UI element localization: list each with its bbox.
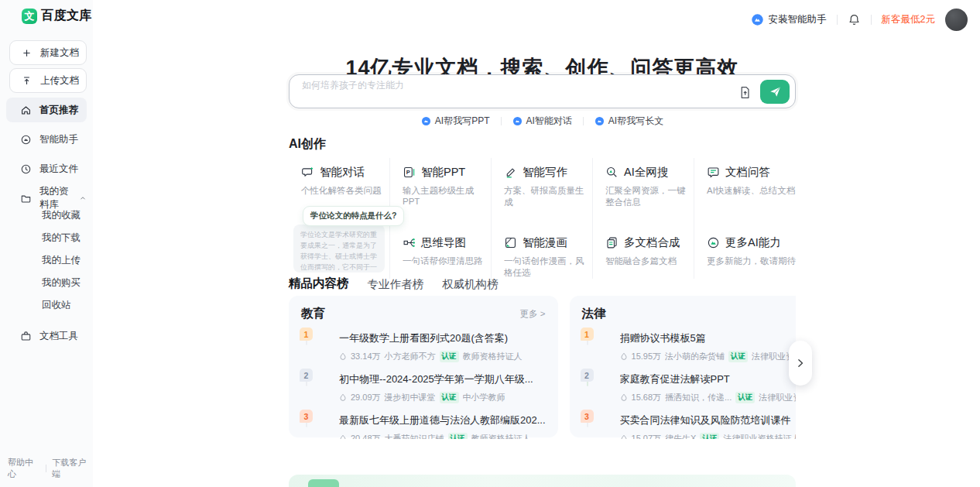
views-icon <box>339 434 347 439</box>
new-doc-button[interactable]: 新建文档 <box>9 40 87 65</box>
board-law: 法律 更多 > 1 捐赠协议书模板5篇 15.95万 法小萌的杂货铺 认证 <box>570 296 796 437</box>
upload-doc-button[interactable]: 上传文档 <box>9 68 87 93</box>
stacked-docs-icon <box>605 236 618 249</box>
brand-logo[interactable]: 文 百度文库 <box>22 8 92 24</box>
divider <box>501 117 502 125</box>
feature-smart-comic[interactable]: 智能漫画 一句话创作漫画，风格任选 <box>492 203 593 279</box>
feature-doc-qa[interactable]: 文档问答 AI快速解读、总结文档 <box>694 158 796 208</box>
divider <box>871 15 872 25</box>
divider <box>583 117 584 125</box>
more-ai-icon <box>707 236 720 249</box>
notification-bell-icon[interactable] <box>848 13 861 26</box>
tab-authority-orgs[interactable]: 权威机构榜 <box>442 277 499 292</box>
doc-row[interactable]: 3 买卖合同法律知识及风险防范培训课件 15.07万 律先生X 认证 法律职业资… <box>582 413 796 439</box>
cert-badge: 认证 <box>440 392 459 403</box>
download-client-link[interactable]: 下载客户端 <box>52 457 93 480</box>
doc-row[interactable]: 2 家庭教育促进法解读PPT 15.68万 播洒知识，传递... 认证 法律职业… <box>582 372 796 404</box>
doc-title: 家庭教育促进法解读PPT <box>620 372 796 386</box>
search-icon <box>605 166 618 179</box>
ai-spark-icon <box>595 116 605 126</box>
sidebar-item-library[interactable]: 我的资料库 <box>6 186 87 211</box>
tab-premium-content[interactable]: 精品内容榜 <box>289 276 349 292</box>
file-upload-icon <box>738 85 752 100</box>
doc-title: 捐赠协议书模板5篇 <box>620 331 796 345</box>
rank-badge: 2 <box>300 369 313 382</box>
ai-spark-icon <box>421 116 431 126</box>
help-center-link[interactable]: 帮助中心 <box>8 457 40 480</box>
board-education: 教育 更多 > 1 一年级数学上册看图列式20题(含答案) 33.14万 小方老… <box>289 296 558 437</box>
rank-badge: 1 <box>581 328 594 341</box>
assistant-icon <box>20 134 32 146</box>
doc-meta: 15.07万 律先生X 认证 法律职业资格持证人 <box>620 433 796 439</box>
quicklink-write-ppt[interactable]: AI帮我写PPT <box>421 115 490 128</box>
tab-pro-authors[interactable]: 专业作者榜 <box>368 277 424 292</box>
folder-icon <box>20 193 32 204</box>
sidebar-subitem-recycle[interactable]: 回收站 <box>42 299 71 312</box>
cert-badge: 认证 <box>728 351 748 362</box>
clock-icon <box>20 163 32 175</box>
views-icon <box>339 352 347 361</box>
doc-row[interactable]: 2 初中物理--2024-2025学年第一学期八年级... 29.09万 漫步初… <box>301 372 546 404</box>
doc-meta: 29.09万 漫步初中课堂 认证 中小学教师 <box>339 392 546 403</box>
feature-mind-map[interactable]: 思维导图 一句话帮你理清思路 <box>390 203 492 279</box>
divider <box>837 15 838 25</box>
quicklink-ai-chat[interactable]: AI智能对话 <box>512 115 572 128</box>
quicklink-long-text[interactable]: AI帮我写长文 <box>595 115 663 128</box>
ai-search-box <box>289 74 796 108</box>
mindmap-icon <box>403 236 416 249</box>
search-input[interactable] <box>300 78 695 92</box>
sidebar-item-tools[interactable]: 文档工具 <box>6 324 87 348</box>
sidebar-subitem-uploads[interactable]: 我的上传 <box>42 254 81 267</box>
pencil-icon <box>504 166 517 179</box>
more-link[interactable]: 更多 > <box>520 308 546 320</box>
feature-smart-chat[interactable]: 智能对话 个性化解答各类问题 <box>289 158 390 208</box>
ai-feature-row-1: 智能对话 个性化解答各类问题 P 智能PPT 输入主题秒级生成PPT 智能写作 … <box>289 158 796 203</box>
demo-question-bubble: 学位论文的特点是什么? <box>303 206 404 226</box>
rank-badge: 3 <box>300 410 313 423</box>
search-submit-button[interactable] <box>760 80 790 104</box>
sidebar-item-assistant[interactable]: 智能助手 <box>6 127 87 152</box>
rank-badge: 3 <box>581 410 594 423</box>
sidebar-subitem-favorites[interactable]: 我的收藏 <box>42 209 81 222</box>
doc-meta: 33.14万 小方老师不方 认证 教师资格持证人 <box>339 351 546 362</box>
doc-chat-icon <box>707 166 720 179</box>
carousel-next-button[interactable] <box>789 341 812 386</box>
new-doc-label: 新建文档 <box>40 46 79 60</box>
sidebar-footer: 帮助中心 下载客户端 <box>8 457 93 480</box>
quick-links: AI帮我写PPT AI智能对话 AI帮我写长文 <box>289 115 796 128</box>
feature-more-ai[interactable]: 更多AI能力 更多新能力，敬请期待 <box>694 203 796 279</box>
feature-smart-writing[interactable]: 智能写作 方案、研报高质量生成 <box>492 158 593 208</box>
feature-smart-ppt[interactable]: P 智能PPT 输入主题秒级生成PPT <box>390 158 492 208</box>
cert-badge: 认证 <box>735 392 755 403</box>
baidu-wenku-home: 文 百度文库 新建文档 上传文档 首页推荐 智能助手 最近文件 我的资料库 <box>0 0 980 487</box>
views-icon <box>620 352 628 361</box>
sidebar-item-recent[interactable]: 最近文件 <box>6 156 87 181</box>
upload-icon <box>21 75 33 87</box>
feature-ai-web-search[interactable]: AI全网搜 汇聚全网资源，一键整合信息 <box>593 158 694 208</box>
sidebar-subitem-downloads[interactable]: 我的下载 <box>42 231 81 245</box>
main-content: 14亿专业文档，搜索、创作、问答更高效 AI帮我写PPT AI智能对话 <box>289 0 796 487</box>
feature-multi-doc[interactable]: 多文档合成 智能融合多篇文档 <box>593 203 694 279</box>
sidebar-item-home[interactable]: 首页推荐 <box>6 98 87 122</box>
send-plane-icon <box>769 85 782 98</box>
doc-row[interactable]: 1 捐赠协议书模板5篇 15.95万 法小萌的杂货铺 认证 法律职业资格持证..… <box>582 331 796 363</box>
brand-name: 百度文库 <box>41 8 92 24</box>
demo-answer-preview: 学位论文是学术研究的重要成果之一，通常是为了获得学士、硕士或博士学位而撰写的，它… <box>293 225 385 273</box>
sidebar-item-label: 我的资料库 <box>39 185 70 211</box>
doc-meta: 15.95万 法小萌的杂货铺 认证 法律职业资格持证... <box>620 351 796 362</box>
doc-title: 最新版七年级上册道德与法治人教部编版202... <box>339 413 546 427</box>
ranking-carousel: 教育 更多 > 1 一年级数学上册看图列式20题(含答案) 33.14万 小方老… <box>289 296 796 439</box>
feature-demo-card[interactable]: 学位论文的特点是什么? 学位论文是学术研究的重要成果之一，通常是为了获得学士、硕… <box>289 203 390 279</box>
doc-row[interactable]: 1 一年级数学上册看图列式20题(含答案) 33.14万 小方老师不方 认证 教… <box>301 331 546 363</box>
user-avatar[interactable] <box>945 9 968 31</box>
attach-file-button[interactable] <box>736 84 753 101</box>
toolbox-icon <box>20 331 32 342</box>
banner-accent <box>308 479 339 487</box>
plus-icon <box>21 47 33 59</box>
sidebar-subitem-purchases[interactable]: 我的购买 <box>42 276 81 290</box>
new-user-promo-link[interactable]: 新客最低2元 <box>882 13 935 26</box>
doc-meta: 15.68万 播洒知识，传递... 认证 法律职业资格... <box>620 392 796 403</box>
ppt-icon: P <box>403 166 416 179</box>
bottom-promo-banner[interactable] <box>289 475 796 487</box>
doc-row[interactable]: 3 最新版七年级上册道德与法治人教部编版202... 20.48万 大番茄知识店… <box>301 413 546 439</box>
